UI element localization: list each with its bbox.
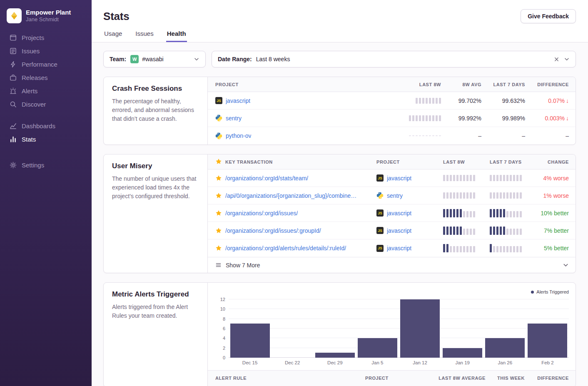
- chart-bar: [400, 299, 440, 358]
- releases-icon: [9, 74, 17, 81]
- last-7-days-value: 99.632%: [481, 97, 525, 104]
- tab-health[interactable]: Health: [166, 30, 187, 42]
- sidebar-item-projects[interactable]: Projects: [0, 31, 92, 44]
- change-value: 10% better: [536, 210, 569, 217]
- team-select[interactable]: Team: W #wasabi: [103, 51, 206, 67]
- avg-8w-value: 99.992%: [441, 115, 481, 122]
- sidebar-item-settings[interactable]: Settings: [0, 158, 92, 172]
- project-link[interactable]: sentry: [387, 192, 403, 199]
- column-header: LAST 7 DAYS: [481, 82, 525, 87]
- transaction-cell: /organizations/:orgId/stats/team/: [225, 175, 376, 182]
- tab-issues[interactable]: Issues: [135, 30, 154, 42]
- x-axis-label: Dec 22: [271, 360, 314, 365]
- user-misery-title: User Misery: [112, 162, 199, 170]
- sidebar-item-alerts[interactable]: Alerts: [0, 84, 92, 97]
- transaction-link[interactable]: /organizations/:orgId/issues/: [225, 210, 298, 217]
- sparkline-7d: [490, 175, 536, 181]
- table-row: python-ov–––: [208, 127, 576, 144]
- table-row: /organizations/:orgId/alerts/rules/detai…: [208, 239, 576, 257]
- chart-bar-slot: [526, 299, 569, 358]
- alerts-chart: Alerts Triggered 024681012 Dec 15Dec 22D…: [208, 283, 576, 370]
- sparkline-8w: [399, 98, 441, 104]
- chart-bars: [229, 299, 569, 358]
- date-range-value: Last 8 weeks: [256, 56, 290, 62]
- show-more-button[interactable]: Show 7 More: [208, 257, 576, 273]
- x-axis-label: Feb 2: [526, 360, 569, 365]
- column-header: LAST 8W: [399, 82, 441, 87]
- table-row: JSjavascript99.702%99.632%0.07%↓: [208, 92, 576, 110]
- x-axis-label: Dec 15: [229, 360, 271, 365]
- clear-date-button[interactable]: [552, 55, 561, 63]
- y-axis-label: 2: [214, 346, 225, 351]
- column-header: DIFFERENCE: [525, 82, 569, 87]
- transaction-link[interactable]: /organizations/:orgId/stats/team/: [225, 175, 308, 182]
- table-row: /api/0/organizations/{organization_slug}…: [208, 187, 576, 204]
- project-link[interactable]: javascript: [387, 175, 411, 182]
- chart-bar-slot: [229, 299, 271, 358]
- sidebar-item-label: Projects: [22, 34, 44, 41]
- alerts-icon: [9, 87, 17, 95]
- project-cell: JSjavascript: [376, 209, 443, 217]
- tab-usage[interactable]: Usage: [103, 30, 123, 42]
- sparkline-8w: [443, 175, 490, 181]
- transaction-cell: /organizations/:orgId/issues/:groupId/: [225, 227, 376, 234]
- chart-x-labels: Dec 15Dec 22Dec 29Jan 5Jan 12Jan 19Jan 2…: [229, 360, 569, 365]
- date-range-select[interactable]: Date Range: Last 8 weeks: [212, 51, 576, 67]
- last-7-days-value: –: [481, 132, 525, 139]
- project-link[interactable]: javascript: [387, 227, 411, 234]
- sidebar-item-discover[interactable]: Discover: [0, 97, 92, 111]
- column-header: LAST 8W: [443, 159, 490, 164]
- project-link[interactable]: python-ov: [226, 132, 251, 139]
- chart-bar-slot: [441, 299, 484, 358]
- change-value: 1% worse: [536, 192, 569, 199]
- sidebar-item-stats[interactable]: Stats: [0, 132, 92, 146]
- org-switcher[interactable]: Empower Plant Jane Schmidt: [0, 6, 92, 31]
- project-link[interactable]: javascript: [226, 97, 250, 104]
- sidebar-item-label: Performance: [22, 61, 57, 68]
- chart-legend[interactable]: Alerts Triggered: [531, 289, 569, 295]
- transaction-link[interactable]: /api/0/organizations/{organization_slug}…: [225, 192, 356, 199]
- chart-bar-slot: [271, 299, 314, 358]
- y-axis-label: 10: [214, 306, 225, 311]
- star-icon: [215, 158, 225, 166]
- project-link[interactable]: javascript: [387, 245, 411, 252]
- transaction-link[interactable]: /organizations/:orgId/issues/:groupId/: [225, 227, 321, 234]
- chevron-down-icon: [563, 262, 569, 268]
- metric-alerts-panel: Metric Alerts Triggered Alerts triggered…: [103, 282, 576, 386]
- project-cell: JSjavascript: [376, 245, 443, 252]
- sidebar-item-performance[interactable]: Performance: [0, 57, 92, 71]
- sidebar-item-label: Issues: [22, 47, 40, 55]
- y-axis-label: 0: [214, 355, 225, 360]
- python-platform-icon: [215, 115, 222, 122]
- sidebar-item-label: Stats: [22, 136, 36, 143]
- python-platform-icon: [376, 192, 384, 199]
- x-axis-label: Jan 12: [399, 360, 441, 365]
- settings-icon: [9, 161, 17, 169]
- table-row: /organizations/:orgId/issues/:groupId/JS…: [208, 222, 576, 239]
- metric-alerts-title: Metric Alerts Triggered: [112, 290, 199, 299]
- difference-text: 0.003%: [545, 115, 565, 122]
- star-icon: [215, 227, 225, 234]
- transaction-cell: /organizations/:orgId/issues/: [225, 210, 376, 217]
- give-feedback-button[interactable]: Give Feedback: [521, 9, 576, 23]
- sidebar-item-issues[interactable]: Issues: [0, 44, 92, 57]
- sparkline-8w: [443, 244, 490, 252]
- project-link[interactable]: sentry: [226, 115, 242, 122]
- column-header: KEY TRANSACTION: [225, 159, 376, 164]
- difference-value: 0.003%↓: [525, 115, 569, 122]
- sidebar-item-label: Discover: [22, 101, 46, 108]
- crash-free-rows: JSjavascript99.702%99.632%0.07%↓sentry99…: [208, 92, 576, 144]
- star-icon: [215, 245, 225, 252]
- show-more-label: Show 7 More: [226, 262, 260, 269]
- chevron-down-icon: [564, 56, 570, 62]
- stats-icon: [9, 135, 17, 143]
- sidebar-item-label: Releases: [22, 74, 48, 81]
- column-header: CHANGE: [536, 159, 569, 164]
- transaction-link[interactable]: /organizations/:orgId/alerts/rules/detai…: [225, 245, 346, 252]
- sidebar-item-releases[interactable]: Releases: [0, 71, 92, 84]
- column-header: PROJECT: [376, 159, 443, 164]
- project-link[interactable]: javascript: [387, 210, 411, 217]
- sidebar-item-dashboards[interactable]: Dashboards: [0, 119, 92, 132]
- table-row: /organizations/:orgId/stats/team/JSjavas…: [208, 169, 576, 187]
- column-header: PROJECT: [215, 82, 399, 87]
